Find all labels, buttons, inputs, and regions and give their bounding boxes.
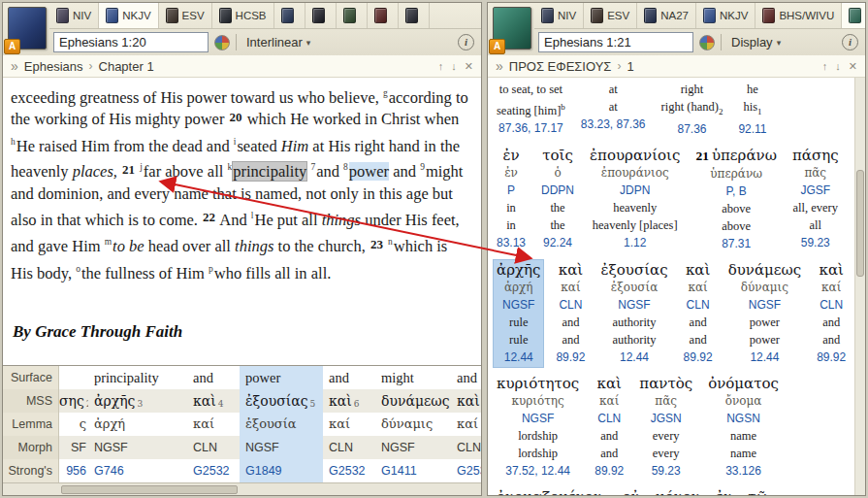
greek-word-column[interactable]: ἀρχῆςἀρχήNGSFrulerule12.44 [494,260,543,367]
close-icon[interactable]: ✕ [849,60,857,73]
breadcrumb-chapter[interactable]: Chapter 1 [99,59,154,74]
greek-word-column[interactable]: καὶκαίCLNandand89.92 [681,260,716,367]
breadcrumb-book[interactable]: Ephesians [24,59,83,74]
greek-word-column[interactable]: ὀνόματοςὄνομαNGSNnamename33.126 [705,374,782,481]
greek-word-column[interactable]: καὶκαίCLNandand89.92 [814,260,849,367]
interlinear-cell-surface[interactable]: power [240,366,323,389]
display-menu-button[interactable]: Display ▾ [727,33,785,51]
greek-word-column[interactable]: κυριότητοςκυριότηςNGSFlordshiplordship37… [494,374,582,481]
interlinear-cell-mss[interactable]: καὶ6 [323,389,375,413]
greek-word-column[interactable]: οὐ [620,487,643,496]
interlinear-cell-strongs[interactable]: G2532 [323,459,375,482]
greek-word-column[interactable]: τοῖςὁDDPNthethe92.24 [538,146,577,252]
interlinear-cell-surface[interactable]: might [375,366,451,389]
resource-tab-na27[interactable]: NA27 [637,3,696,28]
greek-word-column[interactable]: καὶκαίCLNandand89.92 [553,260,588,367]
greek-word-column[interactable]: hehis192.11 [735,80,769,139]
greek-word-column[interactable]: ἐπουρανίοιςἐπουράνιοςJDPNheavenlyheavenl… [587,146,683,252]
resource-tab-icon[interactable] [337,3,368,28]
link-set-icon[interactable] [214,35,230,50]
reference-input[interactable] [53,32,209,52]
footnote-marker[interactable]: j [140,162,143,172]
interlinear-cell-mss[interactable]: δυνάμεως7 [375,389,451,413]
interlinear-cell-mss[interactable]: σης2 [59,389,88,413]
greek-word-column[interactable]: ἐνἐνPinin83.13 [494,146,529,252]
horizontal-scrollbar[interactable] [3,482,481,495]
interlinear-cell-mss[interactable]: ἐξουσίας5 [240,389,323,413]
info-icon[interactable]: i [842,34,858,50]
scroll-up-icon[interactable]: ↑ [822,60,828,73]
gloss2-line: the [541,216,574,234]
footnote-number[interactable]: 7 [310,162,315,172]
greek-word-column[interactable]: ἐξουσίαςἐξουσίαNGSFauthorityauthority12.… [597,260,670,367]
interlinear-cell-strongs[interactable]: G2532 [451,459,481,482]
greek-word-column[interactable]: μόνον [653,487,703,496]
footnote-marker[interactable]: n [388,237,393,247]
resource-thumbnail-nkjv[interactable]: A [8,7,47,50]
resource-tab-hcsb[interactable]: HCSB [212,3,274,28]
link-set-icon[interactable] [699,35,715,50]
scroll-down-icon[interactable]: ↓ [835,60,841,73]
greek-word-column[interactable]: πάσηςπᾶςJGSFall, everyall59.23 [789,146,842,252]
greek-word-column[interactable]: 21ὑπεράνωὑπεράνωP, Baboveabove87.31 [692,146,780,253]
resource-thumbnail-lgnti[interactable]: A [493,7,531,50]
close-icon[interactable]: ✕ [465,60,473,73]
footnote-marker[interactable]: m [105,237,112,247]
resource-tab-icon[interactable] [305,3,337,28]
interlinear-cell-strongs[interactable]: G1849 [240,459,323,482]
highlighted-word[interactable]: power [349,162,389,181]
resource-tab-lgnti[interactable]: LGNTI [842,3,865,28]
greek-word-column[interactable]: atat83.23, 87.36 [578,80,649,134]
interlinear-cell-strongs[interactable]: G746 [88,459,187,482]
selected-word[interactable]: principality [233,162,306,181]
resource-tab-icon[interactable] [274,3,305,28]
footnote-number[interactable]: 9 [420,162,425,172]
greek-word-column[interactable]: δυνάμεωςδύναμιςNGSFpowerpower12.44 [725,260,805,367]
info-icon[interactable]: i [458,34,474,50]
resource-tab-bhswivu[interactable]: BHS/WIVU [755,3,842,28]
interlinear-cell-surface[interactable]: and [187,366,240,389]
greek-word-column[interactable]: rightright (hand)287.36 [659,80,726,139]
scroll-down-icon[interactable]: ↓ [451,60,457,73]
greek-word-column[interactable]: to seat, to setseating [him]b87.36, 17.1… [494,80,568,138]
footnote-marker[interactable]: h [11,137,16,147]
greek-word-column[interactable]: τῷ [745,487,771,496]
reference-input[interactable] [538,32,693,52]
vertical-scrollbar[interactable] [854,78,865,495]
footnote-number[interactable]: 8 [343,162,348,172]
interlinear-cell-surface[interactable]: and [323,366,375,389]
resource-tab-icon[interactable] [399,3,430,28]
scrollbar-thumb[interactable] [61,485,238,494]
footnote-marker[interactable]: g [383,88,388,98]
greek-word-column[interactable]: ὀνομαζομένου, [494,487,610,496]
resource-tab-nkjv[interactable]: NKJV [99,3,158,28]
scroll-up-icon[interactable]: ↑ [438,60,444,73]
breadcrumb-book[interactable]: ΠΡΟΣ ΕΦΕΣΙΟΥΣ [509,59,612,74]
panel-menu-icon[interactable]: » [11,58,18,74]
interlinear-cell-mss[interactable]: καὶ8 [451,389,481,413]
toolbar-separator [236,34,237,50]
interlinear-cell-mss[interactable]: ἀρχῆς3 [88,389,187,413]
resource-tab-niv[interactable]: NIV [49,3,99,28]
resource-tab-nkjv[interactable]: NKJV [696,3,755,28]
footnote-marker[interactable]: o [76,264,80,274]
footnote-marker[interactable]: p [209,264,213,274]
footnote-marker[interactable]: k [227,162,232,172]
scrollbar-thumb[interactable] [856,170,864,277]
panel-menu-icon[interactable]: » [496,58,503,74]
greek-word-column[interactable]: παντὸςπᾶςJGSNeveryevery59.23 [636,374,695,481]
greek-word-column[interactable]: ἐν [713,487,735,496]
interlinear-cell-strongs[interactable]: G1411 [375,459,451,482]
interlinear-cell-strongs[interactable]: 956 [59,459,88,482]
resource-tab-esv[interactable]: ESV [159,3,212,28]
breadcrumb-chapter[interactable]: 1 [627,59,633,74]
resource-tab-esv[interactable]: ESV [584,3,637,28]
resource-tab-icon[interactable] [368,3,399,28]
interlinear-cell-mss[interactable]: καὶ4 [187,389,240,413]
greek-word-column[interactable]: καὶκαίCLNandand89.92 [592,374,627,481]
interlinear-menu-button[interactable]: Interlinear ▾ [242,33,314,51]
interlinear-cell-surface[interactable]: and [451,366,481,389]
resource-tab-niv[interactable]: NIV [534,3,584,28]
interlinear-cell-surface[interactable]: principality [88,366,187,389]
interlinear-cell-strongs[interactable]: G2532 [187,459,240,482]
